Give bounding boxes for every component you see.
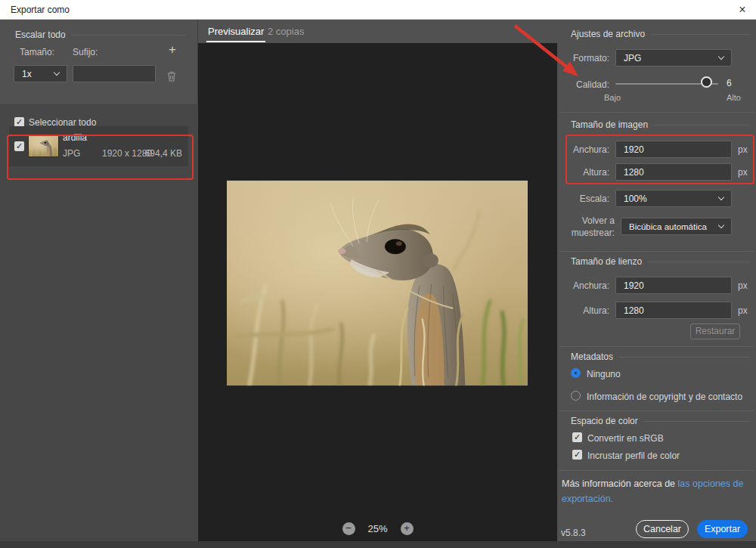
section-divider: [559, 112, 754, 113]
quality-slider-knob[interactable]: [701, 76, 712, 88]
cancel-button[interactable]: Cancelar: [636, 520, 689, 538]
size-label: Tamaño:: [20, 47, 54, 57]
tab-previsualizar[interactable]: Previsualizar: [208, 26, 264, 37]
canvas-height-unit: px: [738, 305, 748, 316]
embed-profile-checkbox[interactable]: ✓: [572, 450, 582, 460]
suffix-field[interactable]: [73, 65, 156, 82]
format-label: Formato:: [557, 53, 609, 63]
file-format: JPG: [63, 148, 80, 159]
metadata-none-radio[interactable]: [571, 368, 581, 378]
close-icon[interactable]: ×: [733, 1, 751, 19]
image-width-field[interactable]: [615, 141, 732, 158]
preview-image: [227, 180, 528, 386]
section-divider: [559, 346, 754, 347]
dialog-title: Exportar como: [11, 5, 70, 15]
section-divider: [559, 251, 754, 252]
scale-label: Escala:: [557, 194, 609, 204]
scale-all-header: Escalar todo: [15, 29, 186, 40]
canvas-width-input[interactable]: [624, 280, 723, 291]
quality-label: Calidad:: [557, 79, 609, 90]
embed-profile-label: Incrustar perfil de color: [587, 450, 680, 461]
image-height-field[interactable]: [615, 163, 732, 181]
file-checkbox[interactable]: ✓: [14, 141, 24, 151]
file-size: 694,4 KB: [145, 148, 182, 159]
format-dropdown[interactable]: JPG: [615, 49, 732, 67]
section-divider: [559, 470, 754, 471]
export-as-dialog: Exportar como × Escalar todo Tamaño: Suf…: [0, 0, 756, 548]
canvas-width-label: Anchura:: [557, 280, 609, 291]
metadata-header: Metadatos: [571, 351, 750, 362]
chevron-down-icon: [718, 194, 724, 200]
zoom-out-icon[interactable]: −: [342, 522, 355, 535]
metadata-none-label: Ninguno: [587, 369, 621, 379]
quality-value: 6: [727, 78, 732, 88]
image-height-label: Altura:: [557, 167, 609, 178]
version-label: v5.8.3: [561, 528, 586, 538]
zoom-level: 25%: [367, 523, 387, 534]
bottom-strip: [0, 541, 756, 548]
file-thumbnail: [29, 136, 58, 156]
file-settings-header: Ajustes de archivo: [571, 29, 750, 39]
color-space-header: Espacio de color: [571, 416, 750, 426]
canvas-height-label: Altura:: [557, 305, 609, 316]
canvas-width-field[interactable]: [615, 277, 732, 294]
suffix-input[interactable]: [81, 69, 147, 79]
quality-high-label: Alto: [727, 93, 741, 102]
titlebar: Exportar como ×: [0, 0, 756, 20]
image-width-label: Anchura:: [557, 144, 609, 155]
section-divider: [559, 410, 754, 411]
preview-area: − 25% +: [198, 43, 557, 541]
restore-button[interactable]: Restaurar: [690, 324, 740, 339]
canvas-width-unit: px: [738, 280, 748, 291]
zoom-in-icon[interactable]: +: [401, 522, 414, 535]
resample-label: Volver a muestrear:: [557, 215, 615, 239]
metadata-copyright-radio[interactable]: [571, 391, 581, 401]
chevron-down-icon: [718, 222, 724, 228]
canvas-size-header: Tamaño de lienzo: [571, 256, 750, 267]
image-height-unit: px: [738, 167, 748, 178]
image-size-header: Tamaño de imagen: [571, 119, 750, 130]
zoom-controls: − 25% +: [342, 522, 413, 535]
quality-low-label: Bajo: [604, 93, 621, 102]
left-panel: Escalar todo Tamaño: Sufijo: + 1x ✓ Sele…: [0, 20, 198, 541]
canvas-height-input[interactable]: [624, 305, 723, 316]
image-height-input[interactable]: [624, 167, 723, 178]
chevron-down-icon: [718, 54, 724, 60]
file-name: ardilla: [63, 132, 87, 143]
suffix-label: Sufijo:: [73, 47, 98, 57]
export-button[interactable]: Exportar: [697, 520, 748, 538]
export-info-text: Más información acerca de las opciones d…: [562, 476, 752, 506]
resample-dropdown[interactable]: Bicúbica automática: [621, 218, 732, 235]
trash-icon[interactable]: [165, 70, 178, 83]
preview-tabbar: Previsualizar 2 copias: [198, 20, 557, 43]
scale-size-dropdown[interactable]: 1x: [14, 65, 67, 82]
convert-srgb-label: Convertir en sRGB: [587, 433, 664, 444]
image-width-unit: px: [738, 144, 748, 155]
chevron-down-icon: [54, 70, 60, 76]
image-width-input[interactable]: [624, 144, 723, 155]
canvas-height-field[interactable]: [615, 302, 732, 319]
metadata-copyright-label: Información de copyright y de contacto: [587, 392, 742, 402]
add-scale-icon[interactable]: +: [165, 42, 180, 57]
convert-srgb-checkbox[interactable]: ✓: [572, 432, 582, 442]
quality-range-labels: Bajo Alto: [604, 93, 741, 102]
right-panel: Ajustes de archivo Formato: JPG Calidad:…: [557, 20, 756, 541]
file-list-item[interactable]: ✓ ardilla JPG 1920 x 1280 694,4 KB: [9, 126, 188, 166]
scale-dropdown[interactable]: 100%: [615, 190, 732, 207]
file-list-area: ✓ Seleccionar todo ✓ ardilla JPG 1920 x …: [0, 104, 198, 541]
tab-copias[interactable]: 2 copias: [268, 26, 304, 37]
